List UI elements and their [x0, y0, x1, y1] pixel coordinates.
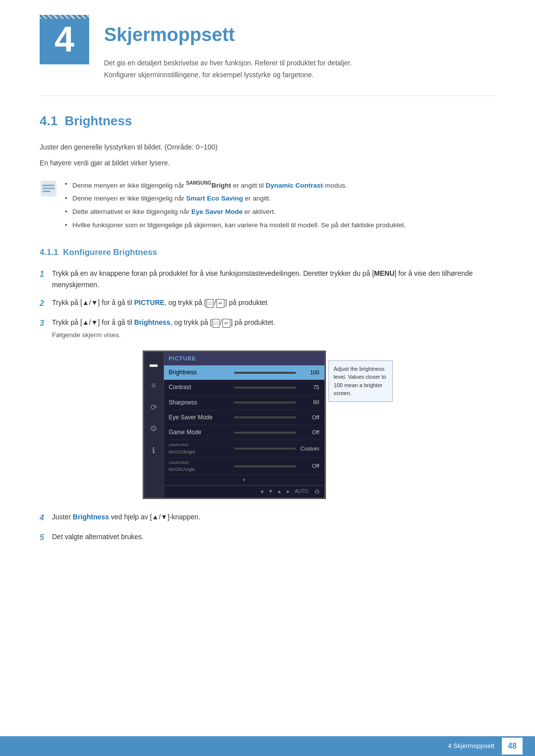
note-icon — [40, 180, 57, 198]
menu-item-magic-bright: SAMSUNGMAGICBright Custom — [164, 440, 324, 458]
menu-item-game-mode: Game Mode Off — [164, 425, 324, 440]
section-divider — [40, 96, 495, 96]
menu-item-magic-angle: SAMSUNGMAGICAngle Off — [164, 458, 324, 476]
nav-up: ▲ — [277, 488, 282, 496]
step-4: 4 Juster Brightness ved hjelp av [▲/▼]-k… — [40, 511, 495, 524]
steps-list-2: 4 Juster Brightness ved hjelp av [▲/▼]-k… — [40, 511, 495, 544]
nav-left: ◄ — [259, 488, 264, 496]
footer-text: 4 Skjermoppsett — [448, 741, 494, 752]
step-1: 1 Trykk på en av knappene foran på produ… — [40, 268, 495, 290]
monitor-icon-2: ≡ — [151, 379, 156, 392]
step-2: 2 Trykk på [▲/▼] for å gå til PICTURE, o… — [40, 297, 495, 310]
section-41-title: 4.1 Brightness — [40, 111, 495, 132]
chapter-desc1: Det gis en detaljert beskrivelse av hver… — [104, 57, 352, 69]
auto-label: AUTO — [295, 488, 309, 496]
chapter-header: 4 Skjermoppsett Det gis en detaljert bes… — [40, 0, 495, 81]
page-footer: 4 Skjermoppsett 48 — [0, 736, 535, 756]
chapter-title: Skjermoppsett — [104, 20, 352, 50]
power-btn: ⏻ — [315, 488, 320, 496]
note-item-2: Denne menyen er ikke tilgjengelig når Sm… — [65, 193, 406, 204]
monitor-container: ▬ ≡ ⟳ ⚙ ℹ PICTURE Brightness 100 — [40, 351, 495, 500]
chapter-number: 4 — [40, 15, 89, 64]
step-3-subnote: Følgende skjerm vises. — [52, 330, 495, 341]
section-intro1: Juster den generelle lysstyrken til bild… — [40, 142, 495, 152]
monitor-screen: ▬ ≡ ⟳ ⚙ ℹ PICTURE Brightness 100 — [143, 351, 326, 500]
chapter-title-block: Skjermoppsett Det gis en detaljert beskr… — [104, 15, 352, 81]
monitor-icon-5: ℹ — [152, 444, 155, 457]
monitor-tooltip: Adjust the brightness level. Values clos… — [328, 360, 393, 402]
note-item-1: Denne menyen er ikke tilgjengelig når SA… — [65, 179, 406, 191]
menu-item-brightness: Brightness 100 — [164, 365, 324, 380]
note-item-4: Hvilke funksjoner som er tilgjengelige p… — [65, 220, 406, 231]
note-block: Denne menyen er ikke tilgjengelig når SA… — [40, 179, 495, 233]
section-intro2: En høyere verdi gjør at bildet virker ly… — [40, 157, 495, 168]
svg-rect-1 — [43, 185, 54, 186]
nav-down: ▼ — [268, 488, 273, 496]
menu-item-sharpness: Sharpness 60 — [164, 396, 324, 410]
svg-rect-3 — [43, 191, 51, 192]
nav-right: ► — [286, 488, 291, 496]
scroll-indicator: ▼ — [164, 475, 324, 485]
footer-page-number: 48 — [502, 738, 523, 755]
svg-rect-2 — [43, 188, 54, 189]
subsection-411-title: 4.1.1 Konfigurere Brightness — [40, 246, 495, 259]
step-3: 3 Trykk på [▲/▼] for å gå til Brightness… — [40, 317, 495, 341]
monitor-outer: ▬ ≡ ⟳ ⚙ ℹ PICTURE Brightness 100 — [143, 351, 393, 500]
note-list: Denne menyen er ikke tilgjengelig når SA… — [65, 179, 406, 233]
monitor-icon-3: ⟳ — [151, 401, 157, 414]
step-5: 5 Det valgte alternativet brukes. — [40, 531, 495, 544]
monitor-menu: PICTURE Brightness 100 Contrast — [164, 352, 324, 498]
monitor-bottom-bar: ◄ ▼ ▲ ► AUTO ⏻ — [164, 485, 324, 498]
menu-item-contrast: Contrast 75 — [164, 380, 324, 395]
monitor-icon-1: ▬ — [150, 358, 158, 371]
chapter-desc2: Konfigurer skjerminnstillingene, for eks… — [104, 69, 352, 81]
monitor-icon-4: ⚙ — [150, 422, 157, 435]
menu-item-eye-saver: Eye Saver Mode Off — [164, 410, 324, 425]
note-item-3: Dette alternativet er ikke tilgjengelig … — [65, 206, 406, 218]
steps-list: 1 Trykk på en av knappene foran på produ… — [40, 268, 495, 340]
monitor-sidebar: ▬ ≡ ⟳ ⚙ ℹ — [144, 352, 164, 498]
menu-header: PICTURE — [164, 352, 324, 366]
